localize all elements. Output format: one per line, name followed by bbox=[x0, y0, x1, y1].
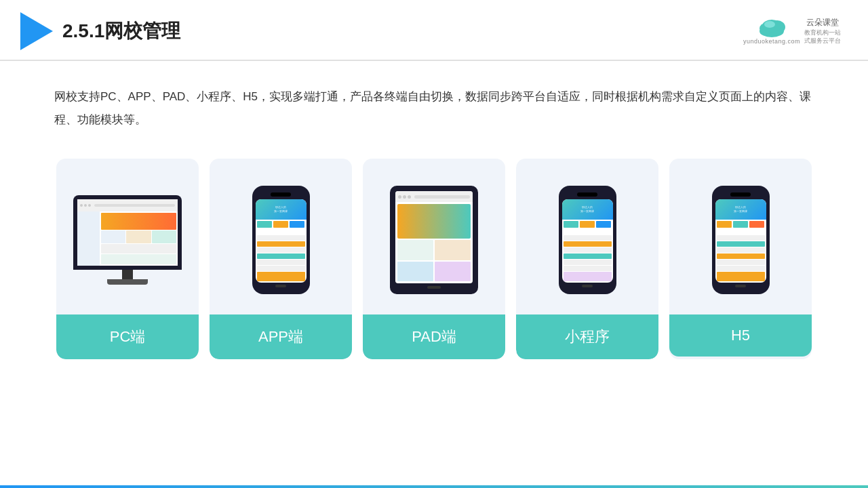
card-pc: PC端 bbox=[56, 159, 199, 359]
cloud-icon bbox=[755, 18, 789, 38]
card-pad: PAD端 bbox=[363, 159, 505, 359]
monitor-frame bbox=[73, 195, 182, 270]
pc-monitor-icon bbox=[73, 195, 182, 285]
phone-banner-text: 职达人的第一堂网课 bbox=[274, 205, 288, 213]
card-mini-label: 小程序 bbox=[516, 314, 658, 359]
brand-slogan-text: 教育机构一站式服务云平台 bbox=[804, 28, 841, 45]
card-h5-label: H5 bbox=[669, 314, 812, 357]
card-pad-label: PAD端 bbox=[363, 314, 505, 359]
mini-banner-text: 职达人的第一堂网课 bbox=[580, 205, 594, 213]
card-h5-image: 职达人的第一堂网课 bbox=[669, 159, 812, 314]
brand-name: 云朵课堂 bbox=[804, 17, 841, 28]
monitor-screen bbox=[77, 199, 178, 266]
cards-container: PC端 职达人的第一堂网课 bbox=[0, 145, 868, 373]
description-text: 网校支持PC、APP、PAD、小程序、H5，实现多端打通，产品各终端自由切换，数… bbox=[54, 90, 811, 126]
header: 2.5.1网校管理 yunduoketang.com 云朵课堂 教育机构一站式服… bbox=[0, 0, 868, 61]
brand-url: yunduoketang.com bbox=[743, 38, 800, 45]
pad-icon bbox=[390, 186, 478, 294]
card-pc-image bbox=[56, 159, 199, 314]
brand-slogan: 云朵课堂 教育机构一站式服务云平台 bbox=[804, 17, 841, 45]
h5-banner-text: 职达人的第一堂网课 bbox=[734, 205, 747, 213]
description: 网校支持PC、APP、PAD、小程序、H5，实现多端打通，产品各终端自由切换，数… bbox=[0, 61, 868, 145]
card-mini-image: 职达人的第一堂网课 bbox=[516, 159, 658, 314]
card-app-label: APP端 bbox=[210, 314, 352, 359]
app-phone-icon: 职达人的第一堂网课 bbox=[252, 186, 310, 294]
card-mini: 职达人的第一堂网课 bbox=[516, 159, 658, 359]
bottom-accent-line bbox=[0, 485, 868, 488]
brand-logo: yunduoketang.com 云朵课堂 教育机构一站式服务云平台 bbox=[743, 17, 841, 45]
page-title: 2.5.1网校管理 bbox=[62, 18, 180, 44]
card-pc-label: PC端 bbox=[56, 314, 199, 359]
svg-point-4 bbox=[764, 21, 775, 28]
cloud-icon-wrap: yunduoketang.com bbox=[743, 18, 800, 45]
h5-phone-icon: 职达人的第一堂网课 bbox=[712, 186, 770, 294]
card-app-image: 职达人的第一堂网课 bbox=[210, 159, 352, 314]
header-left: 2.5.1网校管理 bbox=[20, 12, 180, 50]
mini-phone-icon: 职达人的第一堂网课 bbox=[559, 186, 616, 294]
header-right: yunduoketang.com 云朵课堂 教育机构一站式服务云平台 bbox=[743, 17, 841, 45]
card-h5: 职达人的第一堂网课 bbox=[669, 159, 812, 359]
card-app: 职达人的第一堂网课 bbox=[210, 159, 352, 359]
logo-triangle-icon bbox=[20, 12, 53, 50]
card-pad-image bbox=[363, 159, 505, 314]
